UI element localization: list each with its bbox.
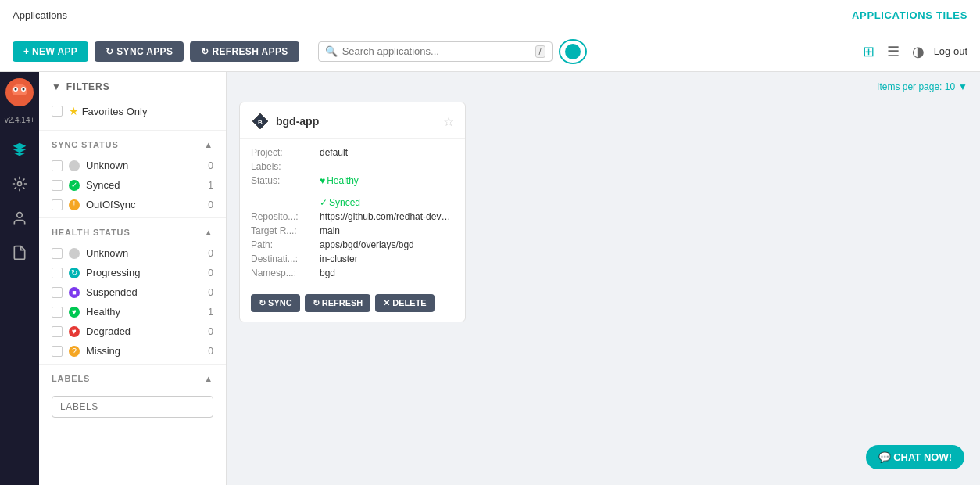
star-filled-icon: ★ [69,105,79,117]
namespace-indicator [565,44,581,59]
target-value: main [320,225,454,236]
labels-section-header[interactable]: LABELS ▲ [39,368,226,390]
sync-button[interactable]: ↻ SYNC [251,294,300,312]
logo [5,78,34,106]
search-input[interactable] [342,45,531,57]
project-label: Project: [251,147,313,158]
health-progressing-dot: ↻ [69,268,80,278]
toolbar-right: ⊞ ☰ ◑ Log out [860,40,967,63]
items-per-page[interactable]: Items per page: 10 ▼ [239,81,967,92]
labels-label: Labels: [251,161,313,172]
collapse-labels-icon: ▲ [204,374,213,383]
sync-synced-dot: ✓ [69,180,80,191]
sync-divider [39,130,226,131]
ns-label: Namesp...: [251,268,313,278]
chart-view-icon[interactable]: ◑ [909,40,928,63]
labels-input[interactable] [52,396,213,418]
filter-sync-synced[interactable]: ✓ Synced 1 [39,175,226,195]
app-title: Applications [13,9,67,21]
nav-user-icon[interactable] [4,203,35,234]
health-degraded-count: 0 [201,326,213,337]
synced-badge: ✓ Synced [320,197,454,208]
app-labels-row: Labels: [251,160,454,174]
sync-unknown-checkbox[interactable] [52,160,63,171]
health-healthy-checkbox[interactable] [52,307,63,318]
repo-value: https://github.com/redhat-developer-de..… [320,211,454,222]
sync-unknown-dot [69,160,80,171]
refresh-apps-button[interactable]: ↻ REFRESH APPS [190,41,299,62]
sync-outofsync-checkbox[interactable] [52,199,63,210]
health-progressing-count: 0 [201,268,213,278]
namespace-button[interactable] [559,39,587,64]
app-favorite-star[interactable]: ☆ [443,114,454,129]
filter-health-missing[interactable]: ? Missing 0 [39,341,226,361]
sync-synced-label: Synced [86,179,195,191]
favorites-checkbox[interactable] [52,106,63,117]
health-missing-count: 0 [201,346,213,357]
sync-synced-checkbox[interactable] [52,180,63,191]
favorites-row[interactable]: ★ Favorites Only [39,102,226,127]
healthy-badge: ♥ Healthy [320,175,454,186]
svg-text:B: B [258,119,263,126]
nav-docs-icon[interactable] [4,237,35,268]
health-healthy-count: 1 [201,307,213,318]
app-dest-row: Destinati...: in-cluster [251,252,454,266]
app-card-footer: ↻ SYNC ↻ REFRESH ✕ DELETE [240,286,465,322]
health-degraded-label: Degraded [86,325,195,337]
app-card-body: Project: default Labels: Status: ♥ Healt… [240,139,465,286]
health-suspended-checkbox[interactable] [52,287,63,298]
app-ns-row: Namesp...: bgd [251,266,454,280]
side-nav: v2.4.14+ [0,72,39,485]
status-value: ♥ Healthy ✓ Synced [320,175,454,208]
health-missing-label: Missing [86,345,195,357]
sync-apps-button[interactable]: ↻ SYNC APPS [95,41,184,62]
health-healthy-label: Healthy [86,306,195,318]
filter-sync-outofsync[interactable]: ! OutOfSync 0 [39,195,226,214]
svg-point-6 [18,182,22,186]
favorites-label: ★ Favorites Only [69,105,147,117]
health-missing-checkbox[interactable] [52,346,63,357]
app-name: bgd-app [276,115,319,128]
app-card-title-row: B bgd-app [251,112,319,131]
search-shortcut: / [535,45,545,58]
app-repo-row: Reposito...: https://github.com/redhat-d… [251,210,454,224]
health-divider [39,217,226,218]
health-degraded-dot: ♥ [69,326,80,337]
filter-health-healthy[interactable]: ♥ Healthy 1 [39,302,226,322]
nav-settings-icon[interactable] [4,168,35,199]
app-path-row: Path: apps/bgd/overlays/bgd [251,238,454,252]
heart-icon: ♥ [320,175,325,186]
health-suspended-count: 0 [201,287,213,298]
delete-button[interactable]: ✕ DELETE [375,294,434,312]
filter-health-progressing[interactable]: ↻ Progressing 0 [39,263,226,282]
health-suspended-dot: ■ [69,287,80,298]
health-unknown-checkbox[interactable] [52,248,63,259]
labels-value [320,161,454,172]
chat-button[interactable]: 💬 CHAT NOW! [866,445,964,469]
check-circle-icon: ✓ [320,197,327,208]
new-app-button[interactable]: + NEW APP [13,41,88,62]
health-healthy-dot: ♥ [69,307,80,318]
filter-health-degraded[interactable]: ♥ Degraded 0 [39,322,226,341]
list-view-icon[interactable]: ☰ [884,40,903,63]
sync-outofsync-label: OutOfSync [86,199,195,210]
health-degraded-checkbox[interactable] [52,326,63,337]
refresh-button[interactable]: ↻ REFRESH [305,294,371,312]
filter-health-unknown[interactable]: Unknown 0 [39,243,226,263]
grid-view-icon[interactable]: ⊞ [860,40,878,63]
logout-button[interactable]: Log out [934,45,967,57]
sync-synced-count: 1 [201,180,213,191]
ns-value: bgd [320,268,454,278]
svg-point-4 [15,88,17,91]
nav-layers-icon[interactable] [4,134,35,165]
filter-panel: ▼ FILTERS ★ Favorites Only SYNC STATUS ▲… [39,72,227,485]
health-status-header[interactable]: HEALTH STATUS ▲ [39,221,226,243]
top-nav: Applications APPLICATIONS TILES [0,0,980,31]
target-label: Target R...: [251,225,313,236]
sync-status-header[interactable]: SYNC STATUS ▲ [39,134,226,156]
filter-sync-unknown[interactable]: Unknown 0 [39,156,226,175]
version-label: v2.4.14+ [5,113,35,131]
filter-health-suspended[interactable]: ■ Suspended 0 [39,282,226,302]
path-label: Path: [251,239,313,250]
health-progressing-checkbox[interactable] [52,268,63,278]
